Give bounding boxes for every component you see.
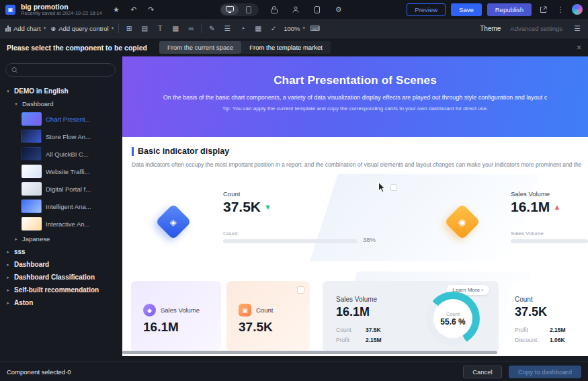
mobile-publish-icon[interactable]: [311, 3, 323, 15]
kpi-card-sales-volume[interactable]: ◆ Sales Volume 16.1M: [131, 281, 221, 352]
kpi-card-sales-detail[interactable]: Learn More › Sales Volume 16.1M Count 37…: [323, 281, 499, 352]
template-item-chart-presentation[interactable]: Chart Present...: [0, 110, 122, 128]
card-select-checkbox[interactable]: [297, 286, 304, 294]
horizontal-scrollbar[interactable]: [122, 351, 497, 354]
image-widget-icon[interactable]: ▦: [170, 23, 181, 34]
more-kebab-icon[interactable]: ⋮: [554, 3, 566, 15]
template-item-website-traffic[interactable]: Website Traffi...: [0, 163, 122, 180]
redo-icon[interactable]: ↷: [145, 3, 157, 15]
modal-title: Please select the component to be copied: [7, 44, 147, 52]
user-avatar[interactable]: [572, 4, 583, 15]
search-box[interactable]: [5, 63, 116, 77]
add-query-control-dropdown[interactable]: ⊕ Add query control ▾: [50, 25, 114, 32]
sales-progress-label: Sales Volume: [511, 230, 544, 237]
search-input[interactable]: [22, 67, 110, 73]
tree-node-self-built-recommendation[interactable]: ▸ Self-built recommendation: [0, 284, 122, 296]
close-icon[interactable]: ×: [577, 43, 581, 52]
undo-icon[interactable]: ↶: [128, 3, 140, 15]
donut-center: Count 55.6 %: [433, 299, 472, 338]
favorite-star-icon[interactable]: ★: [110, 3, 122, 15]
tab-template-market[interactable]: From the template market: [241, 41, 331, 54]
theme-label[interactable]: Theme: [480, 25, 501, 32]
style-brush-icon[interactable]: ✎: [206, 23, 217, 34]
template-preview-canvas: Basic indicator display Data indicators …: [122, 137, 588, 356]
add-chart-dropdown[interactable]: Add chart ▾: [5, 25, 46, 32]
tree-node-dashboard-classification[interactable]: ▸ Dashboard Classification: [0, 271, 122, 284]
topbar-center: ⚙: [163, 3, 401, 16]
link-widget-icon[interactable]: ∞: [185, 23, 196, 34]
topbar-actions: Preview Save Republish ⋮: [407, 3, 583, 16]
trend-down-icon: ▼: [264, 203, 271, 211]
table-widget-icon[interactable]: ▤: [139, 23, 150, 34]
template-thumbnail: [22, 112, 42, 126]
tree-node-dashboard-group[interactable]: ▾ Dashboard: [0, 97, 122, 110]
card-header: ▣ Count: [239, 304, 273, 316]
template-item-label: Intelligent Ana...: [46, 203, 91, 210]
zoom-dropdown[interactable]: 100% ▾: [284, 25, 305, 32]
kpi-card-count-detail[interactable]: Count 37.5K Profit 2.15M Discount 1.06K: [511, 281, 588, 352]
mouse-cursor: [378, 181, 386, 194]
tab-current-space[interactable]: From the current space: [159, 41, 241, 54]
metric-row: Profit 2.15M: [515, 327, 566, 333]
mobile-mode-button[interactable]: [240, 5, 257, 15]
chevron-right-icon: ▸: [5, 262, 11, 267]
outline-list-icon[interactable]: ☰: [222, 23, 233, 34]
template-item-all-quickbi[interactable]: All QuickBI C...: [0, 145, 122, 163]
sales-kpi-value[interactable]: 16.1M ▲: [511, 199, 560, 215]
kpi-number: 16.1M: [511, 199, 550, 215]
template-item-store-flow[interactable]: Store Flow An...: [0, 128, 122, 145]
tree-node-japanese[interactable]: ▸ Japanese: [0, 232, 122, 245]
preview-button[interactable]: Preview: [407, 3, 446, 16]
cancel-button[interactable]: Cancel: [463, 366, 502, 378]
component-select-checkbox[interactable]: [390, 184, 397, 191]
card-value: 37.5K: [239, 320, 273, 335]
tree-node-label: sss: [14, 248, 26, 255]
snapshot-icon[interactable]: ▦: [253, 23, 263, 34]
tree-node-label: Dashboard: [14, 261, 49, 268]
template-item-digital-portal[interactable]: Digital Portal f...: [0, 180, 122, 198]
add-chart-label: Add chart: [13, 25, 41, 32]
card-title: Count: [515, 296, 533, 303]
checklist-icon[interactable]: ✓: [268, 23, 279, 34]
text-widget-icon[interactable]: T: [155, 23, 165, 34]
dashboard-title: big promotion: [21, 3, 102, 11]
app-logo-icon: ▣: [5, 5, 15, 15]
selection-count: Component selected·0: [7, 368, 71, 376]
settings-gear-icon[interactable]: ⚙: [333, 3, 345, 15]
chevron-down-icon: ▾: [112, 26, 114, 31]
lock-icon[interactable]: [268, 3, 280, 15]
kpi-card-count[interactable]: ▣ Count 37.5K: [226, 281, 310, 352]
search-icon: [11, 67, 18, 74]
copy-to-dashboard-button[interactable]: Copy to dashboard: [509, 366, 581, 378]
top-bar: ▣ big promotion Recently saved at 2024-1…: [0, 0, 588, 19]
template-item-interactive-analysis[interactable]: Interactive An...: [0, 215, 122, 232]
metric-label: Count: [336, 327, 359, 333]
card-label: Count: [256, 306, 273, 314]
history-icon[interactable]: ◔: [237, 23, 248, 34]
panel-menu-icon[interactable]: ☰: [572, 23, 583, 34]
tree-node-dashboard[interactable]: ▸ Dashboard: [0, 258, 122, 271]
count-progress-percent: 38%: [363, 236, 376, 243]
template-item-label: Store Flow An...: [46, 133, 91, 140]
decorative-shape: [310, 174, 540, 261]
republish-button[interactable]: Republish: [487, 3, 532, 16]
section-header: Basic indicator display: [132, 146, 229, 156]
tab-container-icon[interactable]: ⊞: [124, 23, 134, 34]
desktop-mode-button[interactable]: [221, 5, 239, 15]
sales-chip-icon: ◆: [143, 304, 156, 316]
bar-chart-icon: [5, 25, 11, 32]
collaboration-icon[interactable]: [290, 3, 302, 15]
advanced-settings-label[interactable]: Advanced settings: [510, 25, 562, 32]
tree-node-aston[interactable]: ▸ Aston: [0, 296, 122, 309]
save-button[interactable]: Save: [451, 3, 482, 16]
device-mode-toggle: [220, 3, 259, 16]
template-thumbnail: [22, 200, 42, 213]
modal-footer: Component selected·0 Cancel Copy to dash…: [0, 362, 588, 381]
count-kpi-value[interactable]: 37.5K ▼: [223, 199, 271, 215]
metric-value: 1.06K: [550, 337, 565, 343]
keyboard-shortcuts-icon[interactable]: ⌨: [310, 23, 321, 34]
open-external-icon[interactable]: [537, 3, 549, 15]
template-item-intelligent-analysis[interactable]: Intelligent Ana...: [0, 198, 122, 215]
tree-node-sss[interactable]: ▸ sss: [0, 245, 122, 258]
tree-node-demo-in-english[interactable]: ▾ DEMO in English: [0, 85, 122, 97]
